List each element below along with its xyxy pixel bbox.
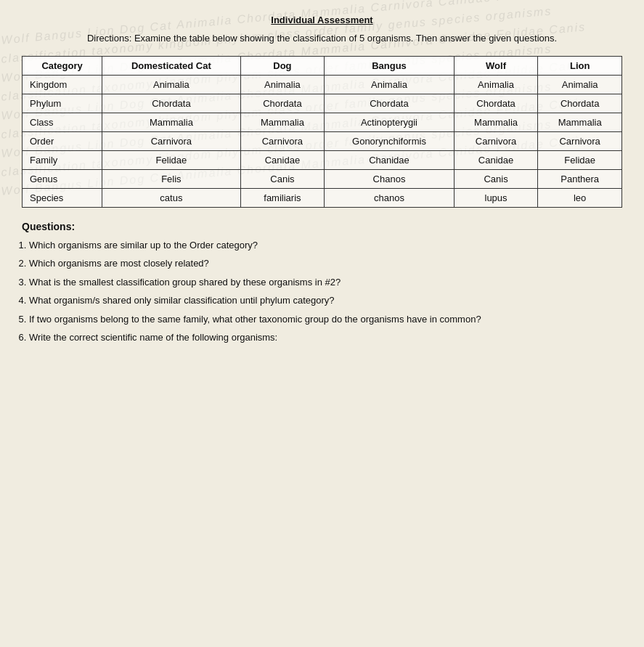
cell-order-cat: Carnivora <box>102 131 240 150</box>
cell-family-cat: Felidae <box>102 150 240 169</box>
cell-species-bangus: chanos <box>325 188 455 207</box>
cell-kingdom-bangus: Animalia <box>325 75 455 94</box>
cell-phylum-lion: Chordata <box>538 94 622 113</box>
cell-class-lion: Mammalia <box>538 113 622 131</box>
table-row: Kingdom Animalia Animalia Animalia Anima… <box>23 75 622 94</box>
cell-class-bangus: Actinopterygii <box>325 113 455 131</box>
question-5: If two organisms belong to the same fami… <box>29 312 622 327</box>
cell-order-dog: Carnivora <box>240 131 325 150</box>
cell-family-dog: Canidae <box>240 150 325 169</box>
cell-class-wolf: Mammalia <box>454 113 538 131</box>
cell-order-category: Order <box>23 131 102 150</box>
question-1: Which organisms are similar up to the Or… <box>29 238 622 253</box>
cell-family-bangus: Chanidae <box>325 150 455 169</box>
cell-species-lion: leo <box>538 188 622 207</box>
cell-genus-cat: Felis <box>102 169 240 188</box>
cell-class-category: Class <box>23 113 102 131</box>
question-2: Which organisms are most closely related… <box>29 256 622 271</box>
cell-kingdom-dog: Animalia <box>240 75 325 94</box>
col-header-bangus: Bangus <box>325 56 455 75</box>
cell-kingdom-cat: Animalia <box>102 75 240 94</box>
cell-genus-bangus: Chanos <box>325 169 455 188</box>
table-row: Class Mammalia Mammalia Actinopterygii M… <box>23 113 622 131</box>
table-row: Phylum Chordata Chordata Chordata Chorda… <box>23 94 622 113</box>
page-content: Individual Assessment Directions: Examin… <box>22 15 622 345</box>
table-row: Genus Felis Canis Chanos Canis Panthera <box>23 169 622 188</box>
directions-text: Directions: Examine the table below show… <box>22 31 622 46</box>
cell-genus-category: Genus <box>23 169 102 188</box>
col-header-category: Category <box>23 56 102 75</box>
cell-order-lion: Carnivora <box>538 131 622 150</box>
table-row: Species catus familiaris chanos lupus le… <box>23 188 622 207</box>
cell-order-wolf: Carnivora <box>454 131 538 150</box>
cell-species-category: Species <box>23 188 102 207</box>
cell-phylum-cat: Chordata <box>102 94 240 113</box>
cell-species-cat: catus <box>102 188 240 207</box>
cell-phylum-dog: Chordata <box>240 94 325 113</box>
cell-family-lion: Felidae <box>538 150 622 169</box>
cell-phylum-wolf: Chordata <box>454 94 538 113</box>
table-row: Family Felidae Canidae Chanidae Canidae … <box>23 150 622 169</box>
cell-family-wolf: Canidae <box>454 150 538 169</box>
cell-order-bangus: Gonorynchiformis <box>325 131 455 150</box>
cell-species-wolf: lupus <box>454 188 538 207</box>
col-header-lion: Lion <box>538 56 622 75</box>
col-header-wolf: Wolf <box>454 56 538 75</box>
cell-phylum-category: Phylum <box>23 94 102 113</box>
col-header-dog: Dog <box>240 56 325 75</box>
cell-genus-lion: Panthera <box>538 169 622 188</box>
cell-family-category: Family <box>23 150 102 169</box>
cell-kingdom-lion: Animalia <box>538 75 622 94</box>
cell-genus-wolf: Canis <box>454 169 538 188</box>
questions-title: Questions: <box>22 221 622 232</box>
cell-kingdom-category: Kingdom <box>23 75 102 94</box>
question-3: What is the smallest classification grou… <box>29 275 622 290</box>
question-6: Write the correct scientific name of the… <box>29 330 622 345</box>
questions-list: Which organisms are similar up to the Or… <box>29 238 622 345</box>
cell-class-dog: Mammalia <box>240 113 325 131</box>
cell-kingdom-wolf: Animalia <box>454 75 538 94</box>
cell-class-cat: Mammalia <box>102 113 240 131</box>
cell-phylum-bangus: Chordata <box>325 94 455 113</box>
table-row: Order Carnivora Carnivora Gonorynchiform… <box>23 131 622 150</box>
classification-table: Category Domesticated Cat Dog Bangus Wol… <box>22 56 622 208</box>
page-title: Individual Assessment <box>22 15 622 25</box>
col-header-cat: Domesticated Cat <box>102 56 240 75</box>
question-4: What organism/s shared only similar clas… <box>29 293 622 308</box>
cell-species-dog: familiaris <box>240 188 325 207</box>
cell-genus-dog: Canis <box>240 169 325 188</box>
